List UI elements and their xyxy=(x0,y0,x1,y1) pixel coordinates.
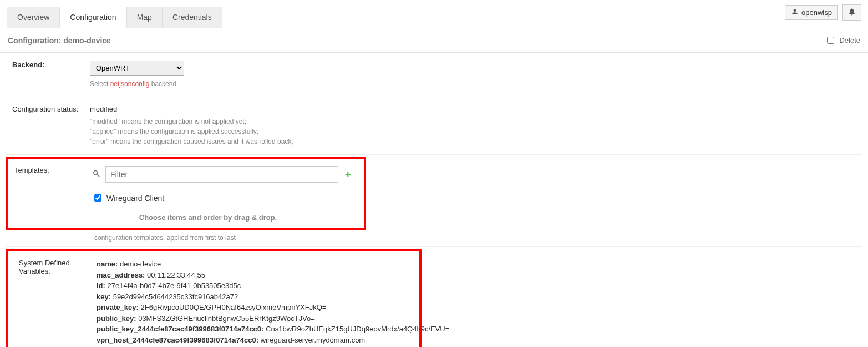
sysvars-label: System Defined Variables: xyxy=(19,259,97,345)
search-icon xyxy=(92,169,101,180)
tab-overview[interactable]: Overview xyxy=(7,7,60,28)
templates-filter-input[interactable] xyxy=(105,166,338,183)
tab-map[interactable]: Map xyxy=(126,7,163,28)
templates-applied-help: configuration templates, applied from fi… xyxy=(94,233,862,243)
templates-drag-help: Choose items and order by drag & drop. xyxy=(92,213,357,222)
add-template-button[interactable]: + xyxy=(345,169,351,180)
user-name: openwisp xyxy=(801,8,832,17)
config-status-help: "modified" means the configuration is no… xyxy=(90,117,856,147)
template-item-label: Wireguard Client xyxy=(106,194,164,203)
tab-credentials[interactable]: Credentials xyxy=(162,7,222,28)
sysvar-item: name: demo-device xyxy=(97,259,449,270)
delete-section: Delete xyxy=(825,35,860,46)
sysvar-item: vpn_host_2444cfe87cac49f399683f0714a74cc… xyxy=(97,335,449,346)
sysvar-item: public_key_2444cfe87cac49f399683f0714a74… xyxy=(97,324,449,335)
sysvar-item: public_key: 03MFS3ZGtGHEriuclinbtBgnwC55… xyxy=(97,313,449,324)
user-icon xyxy=(791,8,799,17)
page-title: Configuration: demo-device xyxy=(8,36,111,45)
config-status-value: modified xyxy=(90,105,856,113)
notifications-button[interactable] xyxy=(842,4,861,21)
backend-help: Select netjsonconfig backend xyxy=(90,79,856,89)
template-checkbox-wireguard[interactable] xyxy=(94,194,101,202)
sysvar-item: key: 59e2d994c54644235c33fc916ab42a72 xyxy=(97,291,449,303)
sysvar-item: mac_address: 00:11:22:33:44:55 xyxy=(97,270,449,281)
backend-select[interactable]: OpenWRT xyxy=(90,61,184,76)
netjsonconfig-link[interactable]: netjsonconfig xyxy=(110,80,150,88)
bell-icon xyxy=(847,9,856,18)
sysvar-item: private_key: 2F6gRivpcoUD0QE/GPH0Naf64zs… xyxy=(97,302,449,313)
templates-label: Templates: xyxy=(14,166,92,227)
delete-checkbox[interactable] xyxy=(827,37,834,44)
backend-label: Backend: xyxy=(12,61,90,89)
sysvar-item: id: 27e14f4a-b0d7-4b7e-9f41-0b53505e3d5c xyxy=(97,280,449,291)
config-status-label: Configuration status: xyxy=(12,105,90,147)
delete-label: Delete xyxy=(839,36,860,44)
tab-configuration[interactable]: Configuration xyxy=(59,7,126,28)
tab-bar: Overview Configuration Map Credentials xyxy=(0,0,868,28)
user-menu-button[interactable]: openwisp xyxy=(785,5,838,20)
sysvars-list: name: demo-device mac_address: 00:11:22:… xyxy=(97,259,449,345)
